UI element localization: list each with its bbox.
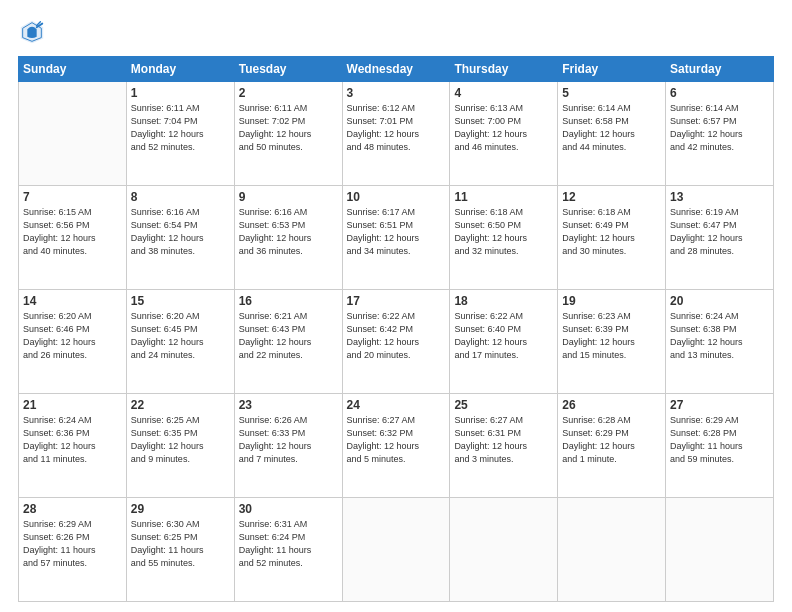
calendar-cell: 22Sunrise: 6:25 AM Sunset: 6:35 PM Dayli… — [126, 394, 234, 498]
day-number: 18 — [454, 294, 553, 308]
day-info: Sunrise: 6:26 AM Sunset: 6:33 PM Dayligh… — [239, 414, 338, 466]
day-number: 8 — [131, 190, 230, 204]
day-number: 1 — [131, 86, 230, 100]
day-number: 26 — [562, 398, 661, 412]
day-info: Sunrise: 6:22 AM Sunset: 6:40 PM Dayligh… — [454, 310, 553, 362]
weekday-header-friday: Friday — [558, 57, 666, 82]
calendar-cell: 23Sunrise: 6:26 AM Sunset: 6:33 PM Dayli… — [234, 394, 342, 498]
day-info: Sunrise: 6:31 AM Sunset: 6:24 PM Dayligh… — [239, 518, 338, 570]
calendar-cell: 19Sunrise: 6:23 AM Sunset: 6:39 PM Dayli… — [558, 290, 666, 394]
day-number: 11 — [454, 190, 553, 204]
calendar-cell: 14Sunrise: 6:20 AM Sunset: 6:46 PM Dayli… — [19, 290, 127, 394]
calendar-cell: 15Sunrise: 6:20 AM Sunset: 6:45 PM Dayli… — [126, 290, 234, 394]
day-number: 20 — [670, 294, 769, 308]
calendar-cell: 17Sunrise: 6:22 AM Sunset: 6:42 PM Dayli… — [342, 290, 450, 394]
calendar-cell: 7Sunrise: 6:15 AM Sunset: 6:56 PM Daylig… — [19, 186, 127, 290]
calendar-week-row-2: 7Sunrise: 6:15 AM Sunset: 6:56 PM Daylig… — [19, 186, 774, 290]
day-number: 23 — [239, 398, 338, 412]
day-info: Sunrise: 6:17 AM Sunset: 6:51 PM Dayligh… — [347, 206, 446, 258]
day-number: 7 — [23, 190, 122, 204]
calendar-cell: 5Sunrise: 6:14 AM Sunset: 6:58 PM Daylig… — [558, 82, 666, 186]
calendar-cell — [342, 498, 450, 602]
calendar-cell: 29Sunrise: 6:30 AM Sunset: 6:25 PM Dayli… — [126, 498, 234, 602]
day-number: 25 — [454, 398, 553, 412]
day-number: 22 — [131, 398, 230, 412]
day-info: Sunrise: 6:14 AM Sunset: 6:57 PM Dayligh… — [670, 102, 769, 154]
calendar-cell: 26Sunrise: 6:28 AM Sunset: 6:29 PM Dayli… — [558, 394, 666, 498]
day-info: Sunrise: 6:11 AM Sunset: 7:02 PM Dayligh… — [239, 102, 338, 154]
day-info: Sunrise: 6:21 AM Sunset: 6:43 PM Dayligh… — [239, 310, 338, 362]
day-info: Sunrise: 6:19 AM Sunset: 6:47 PM Dayligh… — [670, 206, 769, 258]
calendar-cell: 20Sunrise: 6:24 AM Sunset: 6:38 PM Dayli… — [666, 290, 774, 394]
calendar-cell: 16Sunrise: 6:21 AM Sunset: 6:43 PM Dayli… — [234, 290, 342, 394]
weekday-header-saturday: Saturday — [666, 57, 774, 82]
day-info: Sunrise: 6:16 AM Sunset: 6:54 PM Dayligh… — [131, 206, 230, 258]
calendar-week-row-5: 28Sunrise: 6:29 AM Sunset: 6:26 PM Dayli… — [19, 498, 774, 602]
weekday-header-thursday: Thursday — [450, 57, 558, 82]
day-number: 15 — [131, 294, 230, 308]
logo — [18, 18, 50, 46]
calendar-cell: 10Sunrise: 6:17 AM Sunset: 6:51 PM Dayli… — [342, 186, 450, 290]
calendar-cell: 9Sunrise: 6:16 AM Sunset: 6:53 PM Daylig… — [234, 186, 342, 290]
calendar-cell: 8Sunrise: 6:16 AM Sunset: 6:54 PM Daylig… — [126, 186, 234, 290]
weekday-header-tuesday: Tuesday — [234, 57, 342, 82]
weekday-header-wednesday: Wednesday — [342, 57, 450, 82]
calendar-cell: 18Sunrise: 6:22 AM Sunset: 6:40 PM Dayli… — [450, 290, 558, 394]
day-number: 12 — [562, 190, 661, 204]
day-info: Sunrise: 6:24 AM Sunset: 6:38 PM Dayligh… — [670, 310, 769, 362]
day-info: Sunrise: 6:20 AM Sunset: 6:45 PM Dayligh… — [131, 310, 230, 362]
day-info: Sunrise: 6:24 AM Sunset: 6:36 PM Dayligh… — [23, 414, 122, 466]
day-info: Sunrise: 6:30 AM Sunset: 6:25 PM Dayligh… — [131, 518, 230, 570]
calendar-week-row-3: 14Sunrise: 6:20 AM Sunset: 6:46 PM Dayli… — [19, 290, 774, 394]
calendar-cell — [558, 498, 666, 602]
day-info: Sunrise: 6:27 AM Sunset: 6:32 PM Dayligh… — [347, 414, 446, 466]
day-number: 10 — [347, 190, 446, 204]
day-info: Sunrise: 6:29 AM Sunset: 6:26 PM Dayligh… — [23, 518, 122, 570]
calendar-cell: 13Sunrise: 6:19 AM Sunset: 6:47 PM Dayli… — [666, 186, 774, 290]
weekday-header-sunday: Sunday — [19, 57, 127, 82]
calendar-cell: 21Sunrise: 6:24 AM Sunset: 6:36 PM Dayli… — [19, 394, 127, 498]
day-number: 28 — [23, 502, 122, 516]
day-number: 13 — [670, 190, 769, 204]
day-number: 9 — [239, 190, 338, 204]
calendar-cell: 28Sunrise: 6:29 AM Sunset: 6:26 PM Dayli… — [19, 498, 127, 602]
day-info: Sunrise: 6:28 AM Sunset: 6:29 PM Dayligh… — [562, 414, 661, 466]
day-number: 4 — [454, 86, 553, 100]
day-info: Sunrise: 6:15 AM Sunset: 6:56 PM Dayligh… — [23, 206, 122, 258]
calendar-cell: 24Sunrise: 6:27 AM Sunset: 6:32 PM Dayli… — [342, 394, 450, 498]
weekday-header-monday: Monday — [126, 57, 234, 82]
calendar-cell: 6Sunrise: 6:14 AM Sunset: 6:57 PM Daylig… — [666, 82, 774, 186]
day-info: Sunrise: 6:12 AM Sunset: 7:01 PM Dayligh… — [347, 102, 446, 154]
day-number: 3 — [347, 86, 446, 100]
day-number: 29 — [131, 502, 230, 516]
calendar-cell: 2Sunrise: 6:11 AM Sunset: 7:02 PM Daylig… — [234, 82, 342, 186]
day-number: 17 — [347, 294, 446, 308]
calendar-cell: 3Sunrise: 6:12 AM Sunset: 7:01 PM Daylig… — [342, 82, 450, 186]
page: SundayMondayTuesdayWednesdayThursdayFrid… — [0, 0, 792, 612]
day-number: 21 — [23, 398, 122, 412]
day-info: Sunrise: 6:14 AM Sunset: 6:58 PM Dayligh… — [562, 102, 661, 154]
calendar-cell — [450, 498, 558, 602]
day-info: Sunrise: 6:22 AM Sunset: 6:42 PM Dayligh… — [347, 310, 446, 362]
day-number: 5 — [562, 86, 661, 100]
day-info: Sunrise: 6:13 AM Sunset: 7:00 PM Dayligh… — [454, 102, 553, 154]
calendar-cell: 12Sunrise: 6:18 AM Sunset: 6:49 PM Dayli… — [558, 186, 666, 290]
day-number: 30 — [239, 502, 338, 516]
calendar-cell — [666, 498, 774, 602]
calendar-table: SundayMondayTuesdayWednesdayThursdayFrid… — [18, 56, 774, 602]
day-number: 6 — [670, 86, 769, 100]
day-number: 14 — [23, 294, 122, 308]
calendar-cell: 27Sunrise: 6:29 AM Sunset: 6:28 PM Dayli… — [666, 394, 774, 498]
day-info: Sunrise: 6:29 AM Sunset: 6:28 PM Dayligh… — [670, 414, 769, 466]
calendar-cell: 11Sunrise: 6:18 AM Sunset: 6:50 PM Dayli… — [450, 186, 558, 290]
calendar-cell: 1Sunrise: 6:11 AM Sunset: 7:04 PM Daylig… — [126, 82, 234, 186]
day-info: Sunrise: 6:25 AM Sunset: 6:35 PM Dayligh… — [131, 414, 230, 466]
weekday-header-row: SundayMondayTuesdayWednesdayThursdayFrid… — [19, 57, 774, 82]
day-number: 16 — [239, 294, 338, 308]
calendar-cell: 30Sunrise: 6:31 AM Sunset: 6:24 PM Dayli… — [234, 498, 342, 602]
day-info: Sunrise: 6:11 AM Sunset: 7:04 PM Dayligh… — [131, 102, 230, 154]
calendar-week-row-4: 21Sunrise: 6:24 AM Sunset: 6:36 PM Dayli… — [19, 394, 774, 498]
day-info: Sunrise: 6:23 AM Sunset: 6:39 PM Dayligh… — [562, 310, 661, 362]
header — [18, 18, 774, 46]
calendar-cell: 25Sunrise: 6:27 AM Sunset: 6:31 PM Dayli… — [450, 394, 558, 498]
